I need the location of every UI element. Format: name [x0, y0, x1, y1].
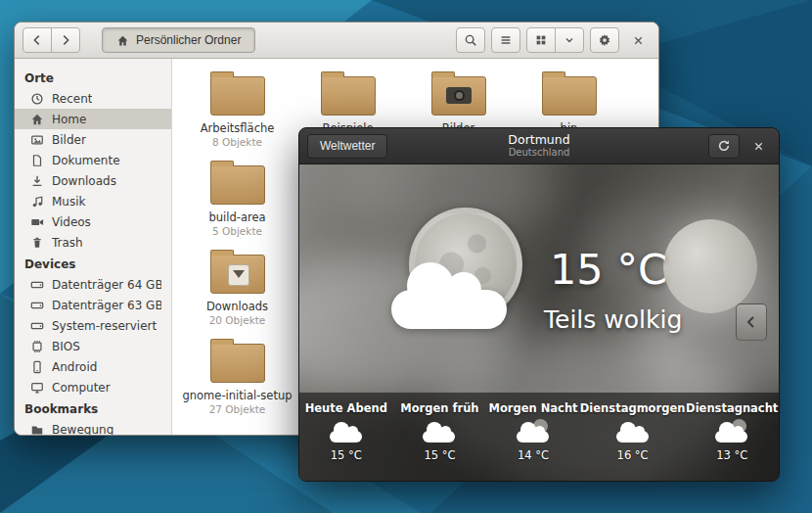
folder-build-area[interactable]: build-area 5 Objekte: [182, 158, 293, 247]
forecast-item: Dienstagnacht 13 °C: [685, 393, 779, 481]
folder-count: 27 Objekte: [209, 403, 266, 415]
sidebar-item-dokumente[interactable]: Dokumente: [15, 150, 171, 170]
folder-arbeitsflaeche[interactable]: Arbeitsfläche 8 Objekte: [182, 69, 293, 158]
back-button[interactable]: [23, 27, 52, 53]
forecast-label: Dienstagnacht: [686, 401, 778, 415]
sidebar-section-places: Orte: [15, 67, 171, 88]
gear-icon: [598, 33, 611, 47]
trash-icon: [30, 236, 44, 250]
night-cloud-icon: [712, 419, 751, 445]
sidebar-item-label: Datenträger 63 GB: [52, 299, 161, 312]
sidebar-item-label: Videos: [52, 215, 91, 229]
view-button-group: [526, 27, 584, 53]
sidebar-item-trash[interactable]: Trash: [15, 232, 171, 253]
sidebar-item-system-reserviert[interactable]: System-reserviert: [15, 315, 171, 336]
sidebar-item-datentraeger-63[interactable]: Datenträger 63 GB: [15, 295, 171, 315]
download-emblem-icon: [228, 264, 249, 286]
close-icon: [752, 140, 765, 153]
forward-button[interactable]: [51, 27, 80, 53]
sidebar-section-bookmarks: Bookmarks: [15, 397, 171, 419]
sidebar-item-label: Bilder: [52, 133, 86, 147]
folder-name: gnome-initial-setup: [183, 389, 293, 402]
view-options-button[interactable]: [555, 27, 584, 53]
download-icon: [30, 174, 44, 188]
sidebar-item-label: Datenträger 64 GB: [52, 278, 161, 292]
forecast-item: Dienstagmorgen 16 °C: [580, 393, 686, 481]
desktop: Persönlicher Ordner: [0, 0, 812, 513]
sidebar-item-datentraeger-64[interactable]: Datenträger 64 GB: [15, 274, 171, 295]
grid-view-button[interactable]: [526, 27, 556, 53]
path-button[interactable]: Persönlicher Ordner: [102, 27, 255, 53]
music-icon: [30, 195, 44, 209]
files-headerbar: Persönlicher Ordner: [15, 23, 658, 59]
weather-header-actions: [708, 133, 771, 159]
folder-icon: [321, 76, 376, 116]
path-label: Persönlicher Ordner: [136, 33, 241, 47]
drive-icon: [30, 278, 44, 292]
sidebar-item-videos[interactable]: Videos: [15, 211, 171, 232]
sidebar-item-downloads[interactable]: Downloads: [15, 170, 171, 191]
folder-count: 20 Objekte: [209, 314, 266, 326]
forecast-label: Morgen früh: [400, 401, 478, 415]
folder-icon: [30, 423, 44, 436]
sidebar-item-home[interactable]: Home: [15, 109, 171, 129]
chip-icon: [30, 340, 44, 353]
previous-page-button[interactable]: [736, 303, 767, 341]
forecast-temp: 15 °C: [331, 448, 362, 462]
weather-close-button[interactable]: [745, 133, 771, 159]
forecast-temp: 14 °C: [518, 448, 549, 462]
forecast-label: Heute Abend: [305, 401, 387, 415]
list-view-button[interactable]: [491, 27, 520, 53]
files-sidebar: Orte Recent Home Bilder Dokumente: [15, 59, 172, 435]
current-temperature: 15 °C: [550, 245, 667, 294]
search-button[interactable]: [456, 27, 485, 53]
document-icon: [30, 154, 44, 167]
sidebar-item-label: BIOS: [52, 340, 80, 353]
sidebar-item-recent[interactable]: Recent: [15, 88, 171, 109]
folder-icon: [431, 76, 486, 116]
sidebar-item-android[interactable]: Android: [15, 356, 171, 377]
files-close-button[interactable]: [625, 27, 651, 53]
close-icon: [632, 34, 645, 47]
forecast-label: Dienstagmorgen: [580, 401, 686, 415]
folder-downloads[interactable]: Downloads 20 Objekte: [182, 247, 293, 336]
forecast-temp: 16 °C: [617, 448, 649, 462]
search-icon: [464, 33, 477, 47]
weather-window: Weltwetter Dortmund Deutschland: [298, 127, 780, 482]
sidebar-item-computer[interactable]: Computer: [15, 377, 171, 397]
image-icon: [30, 133, 44, 147]
folder-gnome-initial-setup[interactable]: gnome-initial-setup 27 Objekte: [182, 336, 293, 425]
sidebar-item-label: Bewegung: [52, 423, 113, 436]
forecast-item: Morgen Nacht 14 °C: [486, 393, 580, 481]
folder-icon: [210, 165, 265, 205]
cloud-icon: [613, 419, 653, 445]
refresh-icon: [717, 139, 731, 153]
folder-icon: [542, 76, 597, 116]
folder-icon: [210, 76, 265, 116]
sidebar-item-bios[interactable]: BIOS: [15, 336, 171, 356]
folder-name: Downloads: [206, 300, 268, 313]
refresh-button[interactable]: [708, 134, 740, 159]
cloud-icon: [420, 419, 459, 445]
night-cloud-icon: [514, 419, 553, 445]
forecast-label: Morgen Nacht: [488, 401, 577, 415]
forecast-temp: 15 °C: [424, 448, 455, 462]
sidebar-item-bilder[interactable]: Bilder: [15, 129, 171, 150]
folder-name: build-area: [208, 210, 265, 224]
cloud-icon: [391, 290, 507, 329]
forecast-item: Heute Abend 15 °C: [299, 393, 393, 481]
world-weather-button[interactable]: Weltwetter: [307, 134, 387, 159]
sidebar-item-bookmark[interactable]: Bewegung: [15, 419, 171, 435]
chevron-left-icon: [744, 314, 759, 330]
folder-count: 8 Objekte: [212, 136, 262, 148]
sidebar-item-label: Android: [52, 360, 97, 374]
sidebar-item-label: Trash: [52, 236, 83, 250]
drive-icon: [30, 299, 44, 312]
menu-button[interactable]: [590, 27, 619, 53]
forward-arrow-icon: [59, 33, 72, 47]
home-icon: [30, 113, 44, 126]
nav-buttons: [23, 27, 80, 53]
sidebar-item-label: Downloads: [52, 174, 116, 188]
folder-icon: [210, 344, 265, 383]
sidebar-item-musik[interactable]: Musik: [15, 191, 171, 211]
